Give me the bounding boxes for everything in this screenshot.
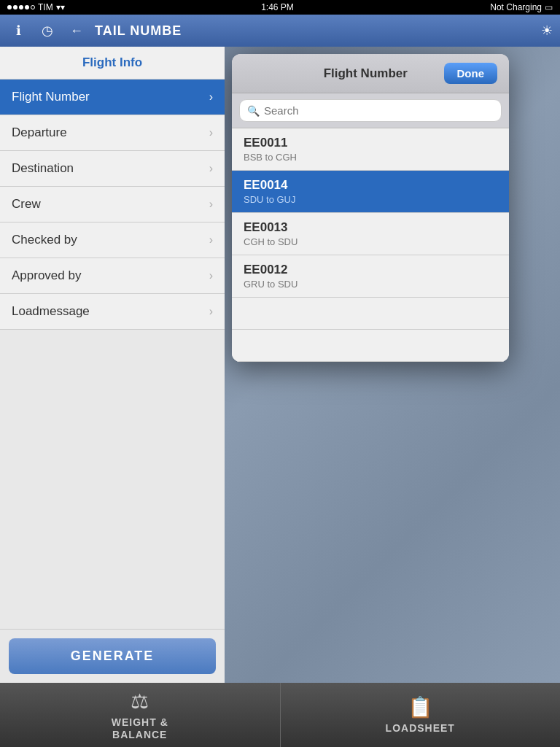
status-right: Not Charging ▭ <box>490 2 553 12</box>
menu-item-label-departure: Departure <box>12 125 67 140</box>
menu-item-label-approved-by: Approved by <box>12 268 81 283</box>
modal-title: Flight Number <box>287 66 444 81</box>
status-bar: TIM ▾▾ 1:46 PM Not Charging ▭ <box>0 0 560 15</box>
flight-list: EE0011 BSB to CGH EE0014 SDU to GUJ EE00… <box>232 128 509 362</box>
flight-item-EE0012[interactable]: EE0012 GRU to SDU <box>232 255 509 298</box>
signal-dots <box>7 5 35 9</box>
tab-loadsheet[interactable]: 📋 LOADSHEET <box>281 683 561 747</box>
status-left: TIM ▾▾ <box>7 2 65 12</box>
generate-button[interactable]: GENERATE <box>9 638 216 674</box>
menu-item-flight-number[interactable]: Flight Number › <box>0 80 225 115</box>
flight-number-EE0012: EE0012 <box>244 263 497 277</box>
signal-dot-1 <box>7 5 12 9</box>
flight-number-EE0014: EE0014 <box>244 178 497 193</box>
menu-item-label-flight-number: Flight Number <box>12 90 90 104</box>
chevron-icon-crew: › <box>209 198 213 211</box>
signal-dot-3 <box>19 5 23 9</box>
menu-item-checked-by[interactable]: Checked by › <box>0 222 225 258</box>
wifi-icon: ▾▾ <box>56 2 65 12</box>
empty-row-2 <box>232 330 509 362</box>
chevron-icon-flight-number: › <box>209 90 213 104</box>
battery-icon: ▭ <box>545 2 553 12</box>
chevron-icon-checked-by: › <box>209 233 213 247</box>
loadsheet-icon: 📋 <box>408 695 433 719</box>
tab-label-loadsheet: LOADSHEET <box>386 722 455 735</box>
menu-item-crew[interactable]: Crew › <box>0 187 225 222</box>
chevron-icon-loadmessage: › <box>209 305 213 318</box>
nav-bar: ℹ ◷ ← TAIL NUMBE ☀ <box>0 15 560 47</box>
search-input[interactable] <box>264 104 494 117</box>
flight-item-EE0011[interactable]: EE0011 BSB to CGH <box>232 128 509 171</box>
modal-popup: Flight Number Done 🔍 EE0011 BSB to CGH <box>232 54 509 362</box>
status-time: 1:46 PM <box>261 2 294 12</box>
left-panel: Flight Info Flight Number › Departure › … <box>0 47 225 683</box>
menu-item-loadmessage[interactable]: Loadmessage › <box>0 294 225 330</box>
flight-item-EE0014[interactable]: EE0014 SDU to GUJ <box>232 171 509 213</box>
flight-number-EE0013: EE0013 <box>244 220 497 235</box>
flight-number-EE0011: EE0011 <box>244 136 497 150</box>
menu-item-label-checked-by: Checked by <box>12 233 77 247</box>
flight-route-EE0011: BSB to CGH <box>244 152 497 163</box>
menu-item-label-destination: Destination <box>12 161 74 176</box>
empty-row-1 <box>232 298 509 330</box>
flight-route-EE0013: CGH to SDU <box>244 236 497 247</box>
menu-item-approved-by[interactable]: Approved by › <box>0 258 225 294</box>
chevron-icon-destination: › <box>209 162 213 175</box>
menu-item-label-crew: Crew <box>12 197 41 212</box>
signal-dot-5 <box>31 5 35 9</box>
info-icon[interactable]: ℹ <box>7 20 29 42</box>
generate-btn-container: GENERATE <box>0 629 225 683</box>
flight-route-EE0014: SDU to GUJ <box>244 194 497 205</box>
charging-status: Not Charging <box>490 2 542 12</box>
right-area: Flight Number Done 🔍 EE0011 BSB to CGH <box>225 47 560 683</box>
section-header: Flight Info <box>0 47 225 80</box>
search-icon: 🔍 <box>247 105 260 117</box>
weight-balance-icon: ⚖ <box>131 689 149 713</box>
search-input-container: 🔍 <box>239 99 502 122</box>
back-icon[interactable]: ← <box>66 20 88 42</box>
modal-header: Flight Number Done <box>232 54 509 93</box>
brightness-icon[interactable]: ☀ <box>541 23 553 39</box>
chevron-icon-departure: › <box>209 126 213 139</box>
modal-overlay: Flight Number Done 🔍 EE0011 BSB to CGH <box>225 47 560 683</box>
menu-item-label-loadmessage: Loadmessage <box>12 304 90 319</box>
menu-item-departure[interactable]: Departure › <box>0 115 225 151</box>
flight-route-EE0012: GRU to SDU <box>244 279 497 290</box>
tab-bar: ⚖ WEIGHT &BALANCE 📋 LOADSHEET <box>0 683 560 747</box>
section-header-text: Flight Info <box>82 55 142 69</box>
carrier-name: TIM <box>38 2 53 12</box>
done-button[interactable]: Done <box>444 63 498 84</box>
menu-item-destination[interactable]: Destination › <box>0 151 225 187</box>
nav-title: TAIL NUMBE <box>95 23 534 39</box>
tab-weight-balance[interactable]: ⚖ WEIGHT &BALANCE <box>0 683 281 747</box>
signal-dot-2 <box>13 5 18 9</box>
signal-dot-4 <box>25 5 29 9</box>
flight-item-EE0013[interactable]: EE0013 CGH to SDU <box>232 213 509 255</box>
clock-icon[interactable]: ◷ <box>36 20 58 42</box>
search-bar: 🔍 <box>232 93 509 128</box>
chevron-icon-approved-by: › <box>209 269 213 282</box>
tab-label-weight-balance: WEIGHT &BALANCE <box>112 716 168 741</box>
main-content: Flight Info Flight Number › Departure › … <box>0 47 560 683</box>
